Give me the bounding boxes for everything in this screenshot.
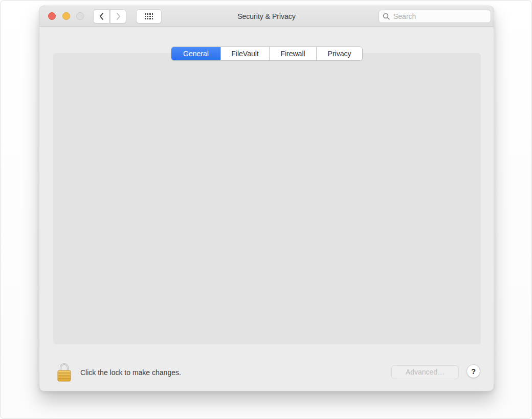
tab-bar: General FileVault Firewall Privacy	[171, 46, 363, 61]
help-button[interactable]: ?	[467, 364, 480, 378]
search-icon	[383, 13, 390, 20]
tab-firewall[interactable]: Firewall	[269, 47, 316, 60]
tab-filevault[interactable]: FileVault	[220, 47, 269, 60]
titlebar[interactable]: Security & Privacy	[39, 6, 494, 27]
lock-icon[interactable]	[56, 361, 72, 386]
general-pane	[53, 53, 481, 344]
search-input[interactable]	[379, 10, 491, 23]
security-privacy-window: Security & Privacy General FileVault Fir…	[39, 6, 494, 391]
tab-general[interactable]: General	[171, 47, 220, 60]
tab-privacy[interactable]: Privacy	[316, 47, 362, 60]
lock-instruction-text: Click the lock to make changes.	[80, 368, 181, 377]
advanced-button[interactable]: Advanced…	[391, 365, 459, 379]
screenshot-frame: Security & Privacy General FileVault Fir…	[0, 0, 532, 419]
